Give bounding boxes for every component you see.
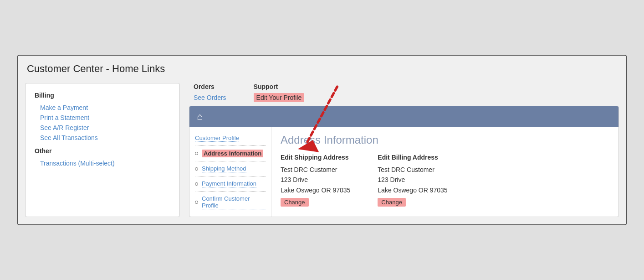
confirm-profile-link[interactable]: Confirm Customer Profile (202, 195, 266, 209)
transactions-multiselect-link[interactable]: Transactions (Multi-select) (35, 158, 170, 168)
profile-content: Customer Profile Address Information (189, 127, 618, 217)
orders-group: Orders See Orders (194, 83, 226, 101)
shipping-address-col: Edit Shipping Address Test DRC Customer … (281, 154, 350, 207)
profile-nav: Customer Profile Address Information (189, 127, 271, 217)
edit-profile-link[interactable]: Edit Your Profile (254, 93, 305, 102)
shipping-method-nav[interactable]: Shipping Method (189, 163, 271, 174)
page-title: Customer Center - Home Links (25, 63, 619, 75)
billing-line1: Test DRC Customer (378, 166, 434, 173)
customer-profile-link[interactable]: Customer Profile (195, 135, 239, 142)
address-info-link[interactable]: Address Information (202, 150, 263, 157)
address-section-title: Address Information (281, 134, 609, 146)
payment-info-nav[interactable]: Payment Information (189, 178, 271, 189)
left-panel: Billing Make a Payment Print a Statement… (25, 83, 180, 217)
billing-line3: Lake Oswego OR 97035 (378, 187, 447, 194)
billing-header: Edit Billing Address (378, 154, 447, 161)
shipping-method-dot (195, 167, 198, 171)
shipping-line2: 123 Drive (281, 176, 308, 183)
address-info-nav[interactable]: Address Information (189, 148, 271, 159)
right-panel: Orders See Orders Support Edit Your Prof… (189, 83, 619, 217)
profile-header-bar: ⌂ (189, 106, 618, 127)
confirm-profile-nav[interactable]: Confirm Customer Profile (189, 193, 271, 211)
address-main: Address Information Edit Shipping Addres… (271, 127, 618, 217)
orders-header: Orders (194, 83, 226, 90)
support-header: Support (254, 83, 305, 90)
shipping-line3: Lake Oswego OR 97035 (281, 187, 350, 194)
shipping-method-link[interactable]: Shipping Method (202, 165, 246, 172)
ar-register-link[interactable]: See A/R Register (35, 123, 170, 133)
home-icon: ⌂ (197, 111, 203, 123)
billing-line2: 123 Drive (378, 176, 405, 183)
address-columns: Edit Shipping Address Test DRC Customer … (281, 154, 609, 207)
other-section-header: Other (35, 147, 170, 155)
billing-address-text: Test DRC Customer 123 Drive Lake Oswego … (378, 165, 447, 195)
make-payment-link[interactable]: Make a Payment (35, 103, 170, 113)
shipping-change-button[interactable]: Change (281, 198, 309, 207)
see-all-transactions-link[interactable]: See All Transactions (35, 133, 170, 143)
shipping-address-text: Test DRC Customer 123 Drive Lake Oswego … (281, 165, 350, 195)
confirm-profile-dot (195, 201, 198, 204)
billing-address-col: Edit Billing Address Test DRC Customer 1… (378, 154, 447, 207)
payment-info-dot (195, 182, 198, 186)
address-info-dot (195, 152, 198, 155)
see-orders-link[interactable]: See Orders (194, 94, 226, 101)
shipping-header: Edit Shipping Address (281, 154, 350, 161)
support-group: Support Edit Your Profile (254, 83, 305, 101)
customer-profile-nav[interactable]: Customer Profile (189, 133, 271, 144)
shipping-line1: Test DRC Customer (281, 166, 337, 173)
top-links-row: Orders See Orders Support Edit Your Prof… (189, 83, 619, 106)
billing-change-button[interactable]: Change (378, 198, 406, 207)
payment-info-link[interactable]: Payment Information (202, 180, 256, 187)
profile-section: ⌂ Customer Profile (189, 106, 619, 217)
billing-section-header: Billing (35, 92, 170, 99)
print-statement-link[interactable]: Print a Statement (35, 113, 170, 123)
